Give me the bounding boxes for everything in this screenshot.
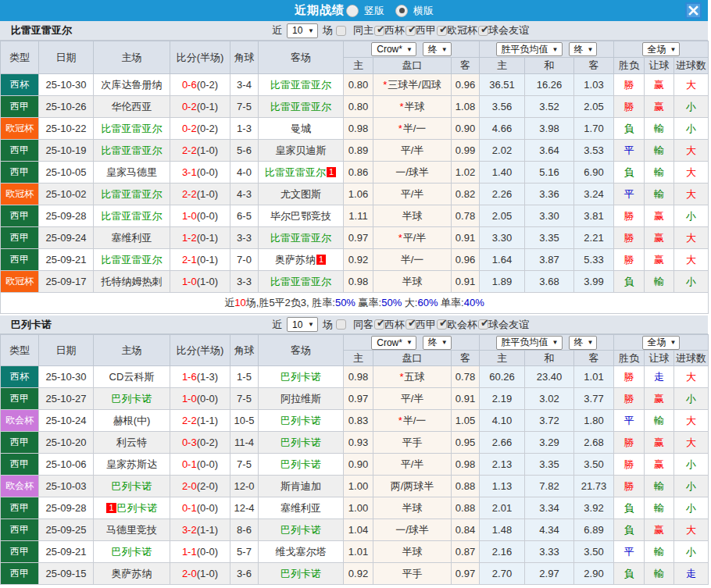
filter-checkbox-西杯[interactable]: ✔	[374, 26, 384, 36]
filter-checkbox-西甲[interactable]: ✔	[406, 319, 416, 330]
home-team-cell: 皇家苏斯达	[94, 454, 170, 476]
league-cell: 西甲	[1, 432, 39, 454]
avg-home-odds-cell: 2.19	[480, 388, 525, 410]
handicap-outcome-cell: 赢	[645, 205, 674, 227]
team-label: 皇家贝迪斯	[276, 144, 327, 156]
handicap-away-odds-cell: 0.91	[452, 271, 480, 293]
match-outcome-cell: 負	[614, 563, 645, 585]
filter-checkbox-球会友谊[interactable]: ✔	[478, 26, 488, 36]
col-header-home: 主场	[94, 41, 170, 74]
fulltime-score: 0-6	[182, 79, 197, 91]
halftime-score: (0-0)	[197, 458, 218, 470]
league-cell: 西甲	[1, 454, 39, 476]
odds-company-select[interactable]: Crow* ▼	[371, 336, 416, 350]
check-icon: ✔	[408, 318, 416, 328]
league-cell: 西甲	[1, 140, 39, 162]
chevron-down-icon: ▼	[670, 339, 677, 346]
filter-label[interactable]: 同客	[353, 318, 373, 332]
handicap-final-select[interactable]: 终 ▼	[423, 336, 452, 350]
corners-cell: 7-5	[230, 454, 259, 476]
radio-vertical-layout[interactable]	[346, 5, 359, 17]
handicap-away-odds-cell: 0.78	[452, 205, 480, 227]
fulltime-select[interactable]: 全场 ▼	[642, 42, 681, 56]
avg-draw-odds-cell: 5.16	[525, 162, 574, 184]
wdl-group-header: 胜平负均值 ▼ 终 ▼	[480, 335, 614, 351]
match-outcome-cell: 勝	[614, 454, 645, 476]
check-icon: ✔	[408, 24, 416, 34]
radio-horizontal-label[interactable]: 横版	[413, 4, 434, 18]
filter-checkbox-欧冠杯[interactable]: ✔	[437, 26, 447, 36]
home-team-cell: 比雷亚雷亚尔	[94, 118, 170, 140]
corners-cell: 5-6	[230, 140, 259, 162]
score-cell: 2-0(2-0)	[170, 476, 230, 497]
filter-label[interactable]: 欧冠杯	[447, 23, 477, 37]
league-cell: 西甲	[1, 227, 39, 249]
filter-label[interactable]: 西杯	[384, 318, 405, 332]
home-team-cell: 巴列卡诺	[94, 541, 170, 563]
radio-vertical-label[interactable]: 竖版	[364, 4, 384, 18]
fulltime-score: 1-2	[182, 232, 197, 244]
goals-outcome-cell: 大	[674, 140, 709, 162]
odds-company-select[interactable]: Crow* ▼	[371, 42, 416, 56]
avg-away-odds-cell: 3.92	[574, 497, 614, 519]
col-header-handicap-result: 让球	[645, 351, 674, 366]
away-team-cell: 比雷亚雷亚尔	[259, 271, 344, 293]
avg-home-odds-cell: 4.66	[480, 118, 525, 140]
check-icon: ✔	[377, 24, 385, 34]
home-team-cell: 托特纳姆热刺	[94, 271, 170, 293]
radio-horizontal-layout[interactable]	[395, 5, 408, 17]
fulltime-score: 2-2	[182, 144, 197, 156]
avg-draw-odds-cell: 3.33	[525, 541, 574, 563]
fulltime-score: 0-3	[182, 437, 197, 448]
home-team-cell: CD云科斯	[94, 366, 170, 388]
handicap-outcome-cell: 赢	[645, 454, 674, 476]
handicap-home-odds-cell: 1.00	[344, 497, 373, 519]
fulltime-score: 0-1	[182, 502, 197, 514]
match-count-select[interactable]: 10 ▼	[287, 23, 318, 38]
wdl-final-select[interactable]: 终 ▼	[569, 336, 598, 350]
chevron-down-icon: ▼	[441, 46, 448, 53]
handicap-home-odds-cell: 0.86	[344, 162, 373, 184]
filter-label[interactable]: 欧会杯	[447, 318, 477, 332]
summary-text: 近10场,胜5平2负3, 胜率:50% 赢率:50% 大:60% 单率:40%	[1, 293, 709, 314]
filter-label[interactable]: 球会友谊	[488, 318, 529, 332]
handicap-final-select[interactable]: 终 ▼	[423, 42, 452, 56]
match-row: 欧会杯25-10-03巴列卡诺2-0(2-0)12-0斯肯迪加1.00两/两球半…	[1, 476, 709, 497]
filter-label[interactable]: 西甲	[416, 318, 436, 332]
filter-label[interactable]: 西甲	[416, 23, 436, 37]
team-label: 比雷亚雷亚尔	[102, 188, 163, 200]
avg-draw-odds-cell: 3.02	[525, 388, 574, 410]
avg-home-odds-cell: 1.48	[480, 519, 525, 541]
goals-outcome-cell: 大	[674, 410, 709, 432]
handicap-home-odds-cell: 0.92	[344, 563, 373, 585]
match-outcome-cell: 勝	[614, 227, 645, 249]
match-row: 西甲25-09-28比雷亚雷亚尔1-0(0-0)6-5毕尔巴鄂竞技1.11半球0…	[1, 205, 709, 227]
date-cell: 25-09-21	[39, 541, 94, 563]
handicap-away-odds-cell: 0.95	[452, 432, 480, 454]
filter-label[interactable]: 西杯	[384, 23, 405, 37]
filter-label[interactable]: 同主	[353, 23, 373, 37]
filter-checkbox-西杯[interactable]: ✔	[374, 319, 384, 330]
wdl-average-select[interactable]: 胜平负均值 ▼	[496, 42, 563, 56]
filter-checkbox-欧会杯[interactable]: ✔	[437, 319, 447, 330]
filter-label[interactable]: 球会友谊	[488, 23, 529, 37]
close-button[interactable]	[685, 2, 702, 19]
fulltime-select[interactable]: 全场 ▼	[642, 336, 681, 350]
wdl-final-select[interactable]: 终 ▼	[569, 42, 598, 56]
handicap-cell: 平/半	[373, 388, 452, 410]
red-card-badge: 1	[327, 167, 336, 177]
match-outcome-cell: 勝	[614, 205, 645, 227]
handicap-outcome-cell: 輸	[645, 162, 674, 184]
date-cell: 25-10-03	[39, 476, 94, 497]
filter-checkbox-西甲[interactable]: ✔	[406, 26, 416, 36]
filter-checkbox-球会友谊[interactable]: ✔	[478, 319, 488, 330]
halftime-score: (0-0)	[197, 166, 218, 178]
wdl-average-select[interactable]: 胜平负均值 ▼	[496, 336, 563, 350]
match-count-select[interactable]: 10 ▼	[287, 317, 318, 332]
filter-checkbox-同主[interactable]	[336, 26, 346, 36]
fulltime-score: 0-2	[182, 123, 197, 134]
filter-checkbox-同客[interactable]	[336, 319, 346, 330]
match-outcome-cell: 平	[614, 140, 645, 162]
team-label: 次库达鲁册纳	[102, 79, 163, 91]
match-outcome-cell: 負	[614, 271, 645, 293]
